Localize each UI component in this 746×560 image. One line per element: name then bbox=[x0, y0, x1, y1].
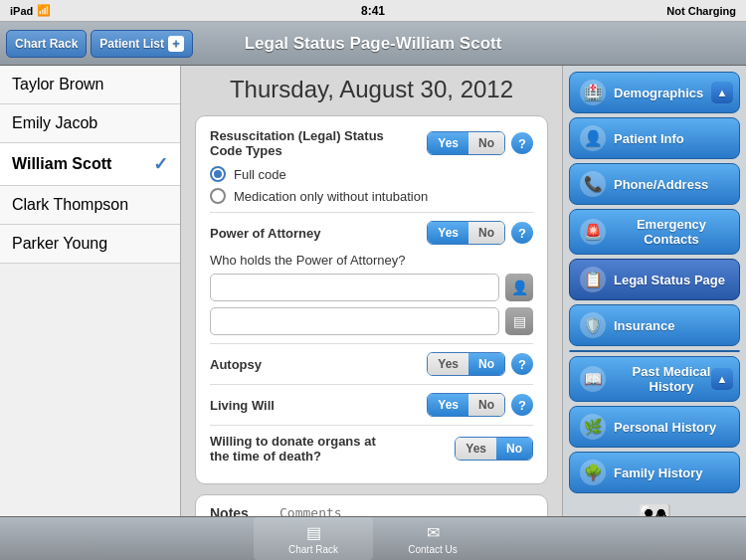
patient-item-taylor[interactable]: Taylor Brown bbox=[0, 66, 180, 104]
phone-address-button[interactable]: 📞 Phone/Address bbox=[569, 163, 740, 205]
radio-full-code-circle bbox=[210, 166, 226, 182]
content-area: Thursday, August 30, 2012 Resuscitation … bbox=[181, 66, 562, 516]
organ-donate-no-button[interactable]: No bbox=[496, 438, 532, 460]
demographics-label: Demographics bbox=[614, 86, 703, 100]
patient-name-taylor: Taylor Brown bbox=[12, 76, 103, 93]
resuscitation-toggle: Yes No bbox=[427, 131, 505, 155]
resuscitation-toggle-group: Yes No ? bbox=[427, 131, 533, 155]
poa-input-1-row: 👤 bbox=[210, 274, 533, 301]
organ-donate-toggle: Yes No bbox=[455, 437, 533, 461]
tab-contact-label: Contact Us bbox=[408, 544, 457, 555]
organ-donate-row: Willing to donate organs at the time of … bbox=[210, 434, 533, 464]
organ-donate-yes-button[interactable]: Yes bbox=[456, 438, 496, 460]
autopsy-toggle-group: Yes No ? bbox=[427, 352, 533, 376]
resuscitation-yes-button[interactable]: Yes bbox=[428, 132, 468, 154]
notes-input[interactable] bbox=[280, 505, 533, 516]
personal-history-label: Personal History bbox=[614, 420, 716, 435]
living-will-label: Living Will bbox=[210, 398, 388, 413]
patient-list-label: Patient List bbox=[99, 37, 164, 51]
autopsy-toggle: Yes No bbox=[427, 352, 505, 376]
tab-chart-rack[interactable]: ▤ Chart Rack bbox=[254, 517, 373, 560]
poa-yes-button[interactable]: Yes bbox=[428, 222, 468, 244]
patient-item-parker[interactable]: Parker Young bbox=[0, 225, 180, 264]
status-time: 8:41 bbox=[361, 4, 385, 18]
legal-status-icon: 📋 bbox=[580, 267, 606, 292]
resuscitation-label: Resuscitation (Legal) Status Code Types bbox=[210, 128, 388, 158]
divider-1 bbox=[210, 212, 533, 213]
add-patient-icon: + bbox=[168, 36, 184, 52]
personal-history-button[interactable]: 🌿 Personal History bbox=[569, 406, 740, 448]
poa-person-icon[interactable]: 👤 bbox=[505, 274, 533, 301]
poa-help-button[interactable]: ? bbox=[511, 222, 533, 244]
medical-info-section: 💊 Medical Info ▼ Medical Info Medication… bbox=[569, 350, 740, 352]
autopsy-yes-button[interactable]: Yes bbox=[428, 353, 468, 375]
poa-input-1[interactable] bbox=[210, 274, 499, 301]
raphael-people-icon: 👨‍👩‍👧 bbox=[638, 503, 672, 516]
radio-full-code-label: Full code bbox=[234, 167, 286, 182]
radio-full-code[interactable]: Full code bbox=[210, 166, 533, 182]
insurance-button[interactable]: 🛡️ Insurance bbox=[569, 304, 740, 346]
legal-status-button[interactable]: 📋 Legal Status Page bbox=[569, 259, 740, 300]
patient-item-william[interactable]: William Scott ✓ bbox=[0, 143, 180, 186]
legal-status-form: Resuscitation (Legal) Status Code Types … bbox=[195, 115, 548, 484]
patient-item-emily[interactable]: Emily Jacob bbox=[0, 104, 180, 143]
living-will-help-button[interactable]: ? bbox=[511, 394, 533, 416]
nav-left-buttons: Chart Rack Patient List + bbox=[6, 30, 193, 58]
chart-rack-button[interactable]: Chart Rack bbox=[6, 30, 87, 58]
demographics-button[interactable]: 🏥 Demographics ▲ bbox=[569, 72, 740, 113]
family-history-button[interactable]: 🌳 Family History bbox=[569, 452, 740, 493]
autopsy-help-button[interactable]: ? bbox=[511, 353, 533, 375]
emergency-contacts-icon: 🚨 bbox=[580, 219, 606, 245]
resuscitation-help-button[interactable]: ? bbox=[511, 132, 533, 154]
patient-name-emily: Emily Jacob bbox=[12, 114, 97, 132]
raphael-brand: 👨‍👩‍👧 Raphael PMR-M Personal Medical Rec… bbox=[569, 497, 740, 516]
emergency-contacts-button[interactable]: 🚨 Emergency Contacts bbox=[569, 209, 740, 255]
tab-contact-us[interactable]: ✉ Contact Us bbox=[373, 517, 492, 560]
nav-bar: Chart Rack Patient List + Legal Status P… bbox=[0, 22, 746, 66]
radio-medication-label: Medication only without intubation bbox=[234, 189, 428, 204]
demographics-expand-icon: ▲ bbox=[711, 82, 733, 103]
legal-status-label: Legal Status Page bbox=[614, 273, 725, 287]
patient-sidebar: Taylor Brown Emily Jacob William Scott ✓… bbox=[0, 66, 181, 516]
status-bar: iPad 📶 8:41 Not Charging bbox=[0, 0, 746, 22]
poa-row: Power of Attorney Yes No ? bbox=[210, 221, 533, 245]
living-will-row: Living Will Yes No ? bbox=[210, 393, 533, 417]
poa-input-2-row: ▤ bbox=[210, 307, 533, 335]
patient-name-clark: Clark Thompson bbox=[12, 196, 128, 214]
organ-donate-label: Willing to donate organs at the time of … bbox=[210, 434, 388, 464]
divider-4 bbox=[210, 425, 533, 426]
poa-toggle-group: Yes No ? bbox=[427, 221, 533, 245]
medical-info-header[interactable]: 💊 Medical Info ▼ bbox=[570, 351, 739, 352]
patient-info-button[interactable]: 👤 Patient Info bbox=[569, 117, 740, 159]
wifi-icon: 📶 bbox=[37, 4, 51, 17]
poa-no-button[interactable]: No bbox=[468, 222, 504, 244]
ipad-label: iPad bbox=[10, 5, 33, 17]
autopsy-label: Autopsy bbox=[210, 357, 388, 372]
insurance-label: Insurance bbox=[614, 318, 674, 333]
poa-input-2[interactable] bbox=[210, 307, 499, 335]
past-medical-icon: 📖 bbox=[580, 366, 606, 392]
poa-toggle: Yes No bbox=[427, 221, 505, 245]
living-will-no-button[interactable]: No bbox=[468, 394, 504, 416]
resuscitation-no-button[interactable]: No bbox=[468, 132, 504, 154]
tab-chart-rack-label: Chart Rack bbox=[288, 544, 338, 555]
patient-item-clark[interactable]: Clark Thompson bbox=[0, 186, 180, 225]
raphael-logo: 👨‍👩‍👧 bbox=[575, 503, 734, 516]
patient-list-button[interactable]: Patient List + bbox=[91, 30, 193, 58]
organ-donate-toggle-group: Yes No bbox=[455, 437, 533, 461]
autopsy-no-button[interactable]: No bbox=[468, 353, 504, 375]
past-medical-button[interactable]: 📖 Past Medical History ▲ bbox=[569, 356, 740, 402]
radio-medication-only[interactable]: Medication only without intubation bbox=[210, 188, 533, 204]
autopsy-row: Autopsy Yes No ? bbox=[210, 352, 533, 376]
phone-address-label: Phone/Address bbox=[614, 177, 708, 192]
patient-name-parker: Parker Young bbox=[12, 235, 107, 253]
patient-info-label: Patient Info bbox=[614, 131, 684, 146]
patient-info-icon: 👤 bbox=[580, 125, 606, 151]
poa-detail-icon[interactable]: ▤ bbox=[505, 307, 533, 335]
living-will-yes-button[interactable]: Yes bbox=[428, 394, 468, 416]
tab-chart-rack-icon: ▤ bbox=[306, 523, 321, 542]
notes-card: Notes bbox=[195, 494, 548, 516]
radio-medication-circle bbox=[210, 188, 226, 204]
phone-address-icon: 📞 bbox=[580, 171, 606, 197]
notes-label: Notes bbox=[210, 505, 270, 516]
